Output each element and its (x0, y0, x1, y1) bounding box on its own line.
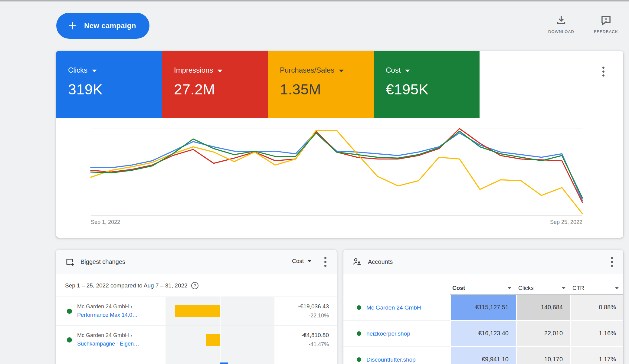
status-dot (67, 337, 72, 343)
change-account: Mc Garden 24 GmbH › (77, 331, 139, 340)
x-axis-start-label: Sep 1, 2022 (91, 219, 120, 225)
change-bar-area (164, 354, 276, 364)
change-campaign-link[interactable]: Suchkampagne - Eigen… (77, 340, 139, 348)
feedback-label: FEEDBACK (594, 29, 618, 34)
change-percent: -41.47% (309, 341, 329, 348)
change-bar (206, 334, 220, 346)
status-dot (67, 309, 72, 314)
change-row[interactable]: Mc Garden 24 GmbH › Suchkampagne - Eigen… (56, 325, 337, 354)
status-dot (357, 357, 361, 362)
scorecard-clicks-label: Clicks (68, 66, 87, 74)
scorecard-cost-value: €195K (386, 81, 480, 98)
feedback-button[interactable]: FEEDBACK (586, 14, 626, 34)
account-link[interactable]: Mc Garden 24 GmbH (366, 304, 421, 311)
change-value: -€4,810.80 (301, 332, 329, 339)
change-bar (220, 362, 228, 364)
change-bar-area (164, 297, 276, 325)
new-campaign-button[interactable]: New campaign (56, 13, 149, 39)
scorecard-cost-label: Cost (386, 66, 401, 74)
chart-line-Clicks (91, 132, 582, 201)
account-row[interactable]: Discountfutter.shop €9,941.10 10,170 1.1… (343, 347, 623, 364)
scorecard-purchases-label: Purchases/Sales (280, 66, 334, 74)
column-header-clicks[interactable]: Clicks (516, 285, 570, 295)
scorecard-cost[interactable]: Cost €195K (374, 51, 480, 118)
accounts-title: Accounts (368, 258, 393, 265)
comparison-range: Sep 1 – 25, 2022 compared to Aug 7 – 31,… (56, 274, 337, 297)
status-dot (357, 305, 361, 310)
cost-cell: €9,941.10 (450, 347, 516, 364)
sort-arrow-icon (562, 287, 566, 289)
chevron-down-icon (307, 260, 312, 262)
sort-arrow-icon (615, 287, 619, 289)
performance-line-chart[interactable] (91, 129, 582, 215)
app-bar-shadow (0, 0, 629, 2)
note-add-icon (65, 257, 74, 267)
chevron-down-icon[interactable] (405, 70, 410, 72)
accounts-table-header: Cost Clicks CTR (343, 285, 623, 295)
accounts-header: Accounts (343, 250, 623, 274)
chart-line-Impressions (91, 129, 582, 202)
plus-icon (68, 21, 77, 31)
comparison-range-text: Sep 1 – 25, 2022 compared to Aug 7 – 31,… (65, 282, 188, 289)
cost-cell: €115,127.51 (450, 295, 516, 321)
x-axis-end-label: Sep 25, 2022 (550, 219, 582, 225)
scorecard-clicks[interactable]: Clicks 319K (56, 51, 162, 118)
scorecard-impressions-value: 27.2M (174, 81, 268, 98)
accounts-menu-kebab-icon[interactable] (610, 256, 614, 268)
download-icon (555, 14, 568, 27)
chevron-down-icon[interactable] (339, 70, 344, 72)
change-row[interactable]: Mc Garden 24 GmbH › Performance Max 14.0… (56, 297, 337, 325)
help-icon[interactable]: ? (191, 282, 198, 289)
column-header-cost[interactable]: Cost (450, 285, 516, 295)
account-row[interactable]: Mc Garden 24 GmbH €115,127.51 140,684 0.… (343, 295, 623, 321)
scorecard-clicks-value: 319K (68, 81, 162, 98)
chart-line-Purchases/Sales (91, 130, 582, 214)
clicks-cell: 140,684 (516, 295, 570, 321)
change-bar (175, 305, 220, 317)
scorecard-purchases[interactable]: Purchases/Sales 1.35M (268, 51, 374, 118)
ctr-cell: 1.17% (570, 347, 623, 364)
change-row[interactable]: Mc Garden 24 GmbH › +€3,311.69 (56, 354, 337, 364)
account-link[interactable]: Discountfutter.shop (366, 356, 416, 363)
chart-line-Cost (91, 131, 582, 198)
sort-arrow-icon (507, 287, 512, 289)
change-percent: -22.10% (309, 313, 329, 319)
feedback-icon (600, 14, 612, 27)
account-row[interactable]: heizkoerper.shop €16,123.40 22,010 1.16% (343, 321, 623, 347)
download-label: DOWNLOAD (548, 29, 574, 34)
changes-metric-value: Cost (292, 258, 304, 264)
scorecard-purchases-value: 1.35M (280, 81, 374, 98)
ctr-cell: 0.88% (570, 295, 623, 321)
overview-chart-card: Clicks 319K Impressions 27.2M Purchases/… (56, 51, 623, 238)
ctr-cell: 1.16% (570, 321, 623, 347)
new-campaign-label: New campaign (84, 21, 136, 30)
scorecard-impressions-label: Impressions (174, 66, 213, 74)
accounts-people-icon (352, 257, 362, 267)
axis-tick (91, 215, 91, 218)
chart-menu-kebab-icon[interactable] (601, 65, 606, 78)
change-account: Mc Garden 24 GmbH › (77, 303, 138, 311)
axis-baseline (91, 215, 582, 216)
scorecard-tabs: Clicks 319K Impressions 27.2M Purchases/… (56, 51, 623, 118)
chevron-down-icon[interactable] (92, 70, 97, 72)
biggest-changes-title: Biggest changes (80, 258, 125, 265)
cost-cell: €16,123.40 (450, 321, 516, 347)
scorecard-impressions[interactable]: Impressions 27.2M (162, 51, 268, 118)
accounts-card: Accounts Cost Clicks CTR Mc Garden 24 Gm… (343, 250, 623, 364)
change-bar-area (164, 326, 276, 354)
biggest-changes-card: Biggest changes Cost Sep 1 – 25, 2022 co… (56, 250, 337, 364)
chevron-down-icon[interactable] (218, 70, 222, 72)
account-link[interactable]: heizkoerper.shop (366, 330, 410, 337)
clicks-cell: 10,170 (516, 347, 570, 364)
clicks-cell: 22,010 (516, 321, 570, 347)
biggest-changes-header: Biggest changes Cost (56, 250, 337, 274)
changes-menu-kebab-icon[interactable] (323, 256, 328, 268)
column-header-ctr[interactable]: CTR (570, 285, 623, 295)
changes-metric-select[interactable]: Cost (291, 257, 313, 267)
download-button[interactable]: DOWNLOAD (542, 14, 581, 34)
status-dot (357, 331, 361, 336)
change-campaign-link[interactable]: Performance Max 14.0… (77, 311, 138, 320)
change-value: -€19,036.43 (298, 303, 329, 310)
